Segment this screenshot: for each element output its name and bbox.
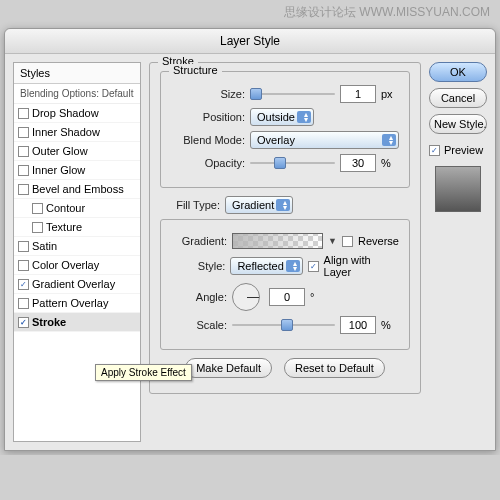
angle-dial[interactable] [232,283,260,311]
style-label: Style: [171,260,225,272]
style-item-label: Inner Shadow [32,126,100,138]
size-label: Size: [171,88,245,100]
size-unit: px [381,88,399,100]
gradient-swatch[interactable] [232,233,323,249]
style-checkbox[interactable]: ✓ [18,279,29,290]
scale-slider[interactable] [232,318,335,332]
blending-options-row[interactable]: Blending Options: Default [14,84,140,104]
style-checkbox[interactable] [18,184,29,195]
style-item-drop-shadow[interactable]: Drop Shadow [14,104,140,123]
title-bar: Layer Style [5,29,495,54]
make-default-button[interactable]: Make Default [185,358,272,378]
reverse-checkbox[interactable] [342,236,353,247]
style-item-color-overlay[interactable]: Color Overlay [14,256,140,275]
style-item-inner-shadow[interactable]: Inner Shadow [14,123,140,142]
style-item-label: Drop Shadow [32,107,99,119]
size-slider[interactable] [250,87,335,101]
style-item-gradient-overlay[interactable]: ✓Gradient Overlay [14,275,140,294]
style-item-contour[interactable]: Contour [14,199,140,218]
opacity-unit: % [381,157,399,169]
angle-input[interactable]: 0 [269,288,305,306]
style-item-label: Gradient Overlay [32,278,115,290]
style-checkbox[interactable] [18,241,29,252]
styles-header[interactable]: Styles [14,63,140,84]
opacity-label: Opacity: [171,157,245,169]
structure-fieldset: Structure Size: 1 px Position: Outside▴▾… [160,71,410,188]
style-checkbox[interactable] [18,108,29,119]
style-select[interactable]: Reflected▴▾ [230,257,302,275]
dialog-body: Styles Blending Options: Default Drop Sh… [5,54,495,450]
style-item-outer-glow[interactable]: Outer Glow [14,142,140,161]
structure-legend: Structure [169,64,222,76]
size-input[interactable]: 1 [340,85,376,103]
opacity-input[interactable]: 30 [340,154,376,172]
style-checkbox[interactable] [32,222,43,233]
fill-type-label: Fill Type: [160,199,220,211]
ok-button[interactable]: OK [429,62,487,82]
fill-fieldset: Gradient: ▼ Reverse Style: Reflected▴▾ ✓… [160,219,410,350]
tooltip: Apply Stroke Effect [95,364,192,381]
scale-unit: % [381,319,399,331]
style-item-label: Outer Glow [32,145,88,157]
align-label: Align with Layer [324,254,399,278]
styles-list: Styles Blending Options: Default Drop Sh… [13,62,141,442]
style-checkbox[interactable] [18,146,29,157]
stroke-fieldset: Stroke Structure Size: 1 px Position: Ou… [149,62,421,394]
style-checkbox[interactable]: ✓ [18,317,29,328]
preview-swatch [435,166,481,212]
cancel-button[interactable]: Cancel [429,88,487,108]
blend-mode-label: Blend Mode: [171,134,245,146]
style-item-label: Pattern Overlay [32,297,108,309]
gradient-label: Gradient: [171,235,227,247]
style-item-label: Satin [32,240,57,252]
stroke-panel: Stroke Structure Size: 1 px Position: Ou… [149,62,421,402]
opacity-slider[interactable] [250,156,335,170]
style-item-label: Stroke [32,316,66,328]
style-checkbox[interactable] [18,298,29,309]
watermark-text: 思缘设计论坛 WWW.MISSYUAN.COM [284,4,490,21]
style-item-label: Inner Glow [32,164,85,176]
style-item-label: Bevel and Emboss [32,183,124,195]
right-buttons: OK Cancel New Style... ✓ Preview [429,62,487,212]
align-checkbox[interactable]: ✓ [308,261,319,272]
angle-label: Angle: [171,291,227,303]
style-item-bevel-and-emboss[interactable]: Bevel and Emboss [14,180,140,199]
style-item-pattern-overlay[interactable]: Pattern Overlay [14,294,140,313]
blend-mode-select[interactable]: Overlay▴▾ [250,131,399,149]
reverse-label: Reverse [358,235,399,247]
gradient-dropdown-icon[interactable]: ▼ [328,236,337,246]
style-item-inner-glow[interactable]: Inner Glow [14,161,140,180]
preview-checkbox[interactable]: ✓ [429,145,440,156]
position-select[interactable]: Outside▴▾ [250,108,314,126]
style-checkbox[interactable] [32,203,43,214]
style-item-stroke[interactable]: ✓Stroke [14,313,140,332]
style-item-label: Contour [46,202,85,214]
new-style-button[interactable]: New Style... [429,114,487,134]
position-label: Position: [171,111,245,123]
style-checkbox[interactable] [18,165,29,176]
reset-default-button[interactable]: Reset to Default [284,358,385,378]
preview-label: Preview [444,144,483,156]
scale-input[interactable]: 100 [340,316,376,334]
style-checkbox[interactable] [18,260,29,271]
style-item-satin[interactable]: Satin [14,237,140,256]
scale-label: Scale: [171,319,227,331]
style-checkbox[interactable] [18,127,29,138]
layer-style-dialog: Layer Style Styles Blending Options: Def… [4,28,496,451]
style-item-texture[interactable]: Texture [14,218,140,237]
fill-type-select[interactable]: Gradient▴▾ [225,196,293,214]
style-item-label: Color Overlay [32,259,99,271]
angle-unit: ° [310,291,328,303]
style-item-label: Texture [46,221,82,233]
